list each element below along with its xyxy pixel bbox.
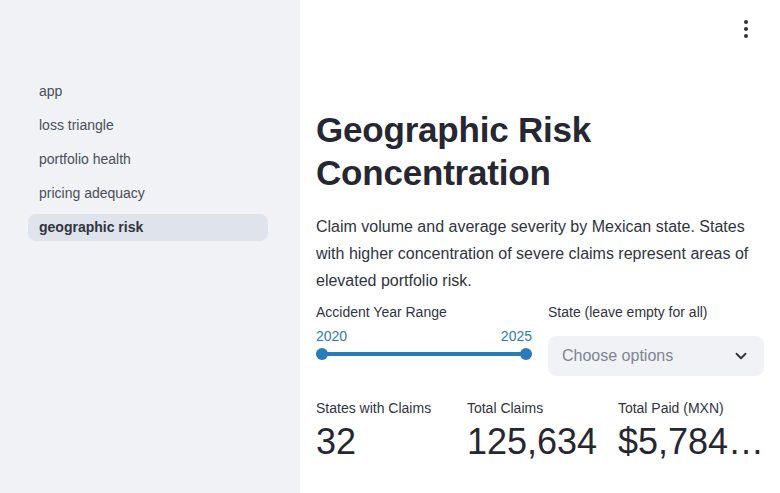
year-slider-thumb-start[interactable] — [316, 348, 328, 360]
metric-value: 125,634 — [467, 420, 602, 464]
year-slider-thumb-end[interactable] — [520, 348, 532, 360]
metric-value: $5,784… — [618, 420, 764, 464]
sidebar: app loss triangle portfolio health prici… — [0, 0, 300, 493]
metric-total-paid: Total Paid (MXN) $5,784… — [618, 398, 764, 464]
state-select-label: State (leave empty for all) — [548, 302, 764, 322]
kebab-dot — [744, 34, 748, 38]
metric-value: 32 — [316, 420, 451, 464]
kebab-dot — [744, 20, 748, 24]
state-select-widget: State (leave empty for all) Choose optio… — [548, 302, 764, 376]
year-slider-track[interactable] — [316, 352, 532, 356]
filter-controls-row: Accident Year Range 2020 2025 State (lea… — [316, 302, 764, 376]
metric-label: Total Claims — [467, 398, 602, 418]
metrics-row: States with Claims 32 Total Claims 125,6… — [316, 398, 764, 464]
year-slider-values: 2020 2025 — [316, 326, 532, 346]
state-select-input[interactable]: Choose options — [548, 336, 764, 376]
chevron-down-icon — [732, 347, 750, 365]
metric-states-with-claims: States with Claims 32 — [316, 398, 451, 464]
sidebar-item-app[interactable]: app — [28, 78, 268, 105]
state-select-placeholder: Choose options — [562, 347, 673, 365]
sidebar-item-geographic-risk[interactable]: geographic risk — [28, 214, 268, 241]
sidebar-item-loss-triangle[interactable]: loss triangle — [28, 112, 268, 139]
page-description: Claim volume and average severity by Mex… — [316, 213, 764, 294]
page-content: Geographic Risk Concentration Claim volu… — [300, 0, 780, 464]
sidebar-nav: app loss triangle portfolio health prici… — [0, 0, 300, 241]
app-window: app loss triangle portfolio health prici… — [0, 0, 780, 493]
metric-label: Total Paid (MXN) — [618, 398, 764, 418]
page-title: Geographic Risk Concentration — [316, 108, 764, 194]
main-panel: Geographic Risk Concentration Claim volu… — [300, 0, 780, 493]
year-slider-label: Accident Year Range — [316, 302, 532, 322]
kebab-dot — [744, 27, 748, 31]
sidebar-item-pricing-adequacy[interactable]: pricing adequacy — [28, 180, 268, 207]
sidebar-item-portfolio-health[interactable]: portfolio health — [28, 146, 268, 173]
year-range-slider-widget: Accident Year Range 2020 2025 — [316, 302, 532, 376]
year-slider-end-value: 2025 — [501, 326, 532, 346]
kebab-menu-icon[interactable] — [730, 13, 762, 45]
year-slider-start-value: 2020 — [316, 326, 347, 346]
metric-total-claims: Total Claims 125,634 — [467, 398, 602, 464]
metric-label: States with Claims — [316, 398, 451, 418]
